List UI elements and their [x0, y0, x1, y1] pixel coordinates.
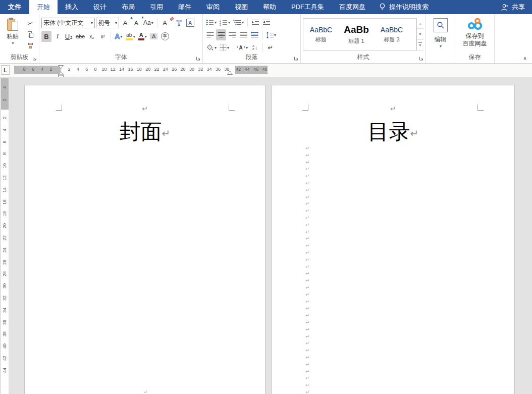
vertical-ruler[interactable]: 4224681012141618202224262830323436384042…	[1, 78, 9, 394]
styles-dialog-launcher[interactable]	[419, 56, 424, 61]
first-line-indent-marker[interactable]	[58, 65, 64, 69]
page-1[interactable]: ↵ 封面↵ ↵	[24, 85, 265, 394]
ribbon-tab-9[interactable]: 帮助	[255, 0, 284, 14]
page-2[interactable]: ↵ 目录↵ ↵↵↵↵↵↵↵↵↵↵↵↵↵↵↵↵↵↵↵↵↵↵↵↵↵↵↵↵↵↵↵↵↵↵…	[272, 85, 515, 394]
sort-button[interactable]: AZ↓	[250, 42, 260, 53]
numbering-button[interactable]: 123▾	[219, 17, 231, 28]
editing-label[interactable]: 编辑	[435, 35, 447, 44]
tab-stop-selector[interactable]: L	[1, 65, 10, 75]
editing-dropdown-arrow[interactable]: ▾	[440, 44, 442, 48]
character-shading-button[interactable]: A	[149, 31, 159, 42]
strikethrough-button[interactable]: abc	[75, 31, 86, 42]
styles-scroll-down-button[interactable]: ▼	[417, 29, 423, 39]
bullets-button[interactable]: ▾	[205, 17, 218, 28]
styles-scroll-up-button[interactable]: ▲	[417, 18, 423, 29]
underline-dropdown-arrow[interactable]: ▾	[70, 34, 72, 39]
underline-button[interactable]: U▾	[64, 31, 74, 42]
grow-font-button[interactable]: A▲	[120, 17, 130, 28]
numbering-dropdown-arrow[interactable]: ▾	[228, 20, 230, 25]
paragraph-mark: ↵	[305, 257, 309, 264]
font-color-dropdown-arrow[interactable]: ▾	[145, 34, 147, 39]
copy-button[interactable]	[24, 29, 36, 39]
paste-button[interactable]: 粘贴 ▾	[2, 17, 23, 45]
borders-dropdown-arrow[interactable]: ▾	[227, 45, 229, 50]
baidu-line2: 百度网盘	[463, 40, 487, 47]
paragraph-dialog-launcher[interactable]	[294, 56, 299, 61]
font-name-dropdown-arrow[interactable]: ▾	[91, 21, 93, 25]
h-ruler-number: 32	[197, 67, 204, 72]
ribbon-tab-3[interactable]: 设计	[86, 0, 114, 14]
line-spacing-button[interactable]: ▾	[265, 29, 277, 40]
character-border-button[interactable]: A	[185, 17, 195, 28]
italic-button[interactable]: I	[52, 31, 63, 42]
shading-dropdown-arrow[interactable]: ▾	[215, 45, 217, 50]
style-card-1[interactable]: AaBb标题 1	[339, 19, 374, 50]
style-card-2[interactable]: AaBbC标题 3	[374, 19, 409, 50]
font-dialog-launcher[interactable]	[196, 56, 201, 61]
paragraph-mark: ↵	[305, 264, 309, 271]
paragraph-mark: ↵	[305, 208, 309, 215]
ribbon-tab-4[interactable]: 布局	[114, 0, 142, 14]
text-effects-button[interactable]: A▾	[114, 31, 124, 42]
clear-formatting-button[interactable]: A	[160, 17, 170, 28]
format-painter-button[interactable]	[24, 40, 36, 51]
clipboard-dialog-launcher[interactable]	[32, 56, 37, 61]
phonetic-guide-button[interactable]: wén文	[174, 17, 184, 28]
ribbon-tab-11[interactable]: 百度网盘	[332, 0, 373, 14]
collapse-ribbon-button[interactable]: ∧	[523, 55, 527, 62]
change-case-dropdown-arrow: ▾	[151, 21, 153, 25]
save-to-baidu-button[interactable]: 保存到 百度网盘	[463, 32, 487, 47]
font-color-button[interactable]: A▾	[137, 31, 148, 42]
find-button[interactable]	[434, 18, 448, 32]
page1-title[interactable]: 封面↵	[25, 118, 265, 146]
share-button[interactable]: 共享	[494, 0, 532, 14]
ribbon-tab-6[interactable]: 邮件	[171, 0, 199, 14]
align-right-button[interactable]	[227, 29, 237, 40]
ribbon-tab-0[interactable]: 文件	[0, 0, 29, 14]
multilevel-list-button[interactable]: ▾	[232, 17, 245, 28]
font-size-dropdown-arrow[interactable]: ▾	[115, 21, 117, 25]
line-spacing-dropdown-arrow[interactable]: ▾	[274, 33, 276, 37]
asian-layout-button[interactable]: A▾	[236, 42, 249, 53]
sort-icon: AZ	[252, 44, 254, 51]
horizontal-ruler[interactable]: 8642246810121416182022242628303234363842…	[14, 66, 268, 74]
decrease-indent-button[interactable]	[250, 17, 260, 28]
font-size-combo[interactable]: 初号▾	[96, 18, 119, 28]
shading-button[interactable]: ▾	[205, 42, 218, 53]
paragraph-mark: ↵	[305, 166, 309, 173]
ribbon-tab-10[interactable]: PDF工具集	[284, 0, 332, 14]
ribbon-tab-7[interactable]: 审阅	[199, 0, 227, 14]
font-name-combo[interactable]: 宋体 (中文正文▾	[41, 18, 95, 28]
paragraph-mark: ↵	[305, 333, 309, 340]
asian-layout-dropdown-arrow[interactable]: ▾	[246, 45, 248, 50]
style-card-0[interactable]: AaBbC标题	[303, 19, 339, 50]
shrink-font-button[interactable]: A▼	[131, 17, 141, 28]
ribbon-tab-8[interactable]: 视图	[227, 0, 255, 14]
align-center-button[interactable]	[216, 29, 226, 40]
highlight-dropdown-arrow[interactable]: ▾	[133, 34, 135, 39]
bold-button[interactable]: B	[41, 31, 51, 42]
styles-group: AaBbC标题AaBb标题 1AaBbC标题 3 ▲ ▼ ▼ 样式	[301, 14, 426, 63]
tell-me-search[interactable]: 操作说明搜索	[373, 0, 435, 14]
page2-title[interactable]: 目录↵	[272, 118, 514, 146]
italic-label: I	[57, 32, 59, 40]
text-highlight-button[interactable]: ab▾	[125, 31, 136, 42]
subscript-button[interactable]: x₂	[87, 31, 97, 42]
multilevel-dropdown-arrow[interactable]: ▾	[242, 20, 244, 25]
borders-button[interactable]: ▾	[219, 42, 230, 53]
justify-button[interactable]	[238, 29, 248, 40]
distribute-button[interactable]	[249, 29, 259, 40]
paste-dropdown-arrow[interactable]: ▾	[12, 41, 14, 45]
show-hide-marks-button[interactable]: ↵	[265, 42, 276, 53]
increase-indent-button[interactable]	[261, 17, 272, 28]
bullets-dropdown-arrow[interactable]: ▾	[215, 20, 217, 25]
document-canvas[interactable]: 4224681012141618202224262830323436384042…	[0, 77, 532, 394]
styles-gallery-more-button[interactable]: ▼	[417, 40, 423, 51]
ribbon-tab-2[interactable]: 插入	[58, 0, 86, 14]
enclose-characters-button[interactable]: 字	[160, 31, 170, 42]
ribbon-tab-5[interactable]: 引用	[142, 0, 171, 14]
ribbon-tab-1[interactable]: 开始	[29, 0, 58, 14]
superscript-button[interactable]: x²	[98, 31, 108, 42]
cut-button[interactable]: ✂	[24, 18, 36, 28]
align-left-button[interactable]	[205, 29, 215, 40]
